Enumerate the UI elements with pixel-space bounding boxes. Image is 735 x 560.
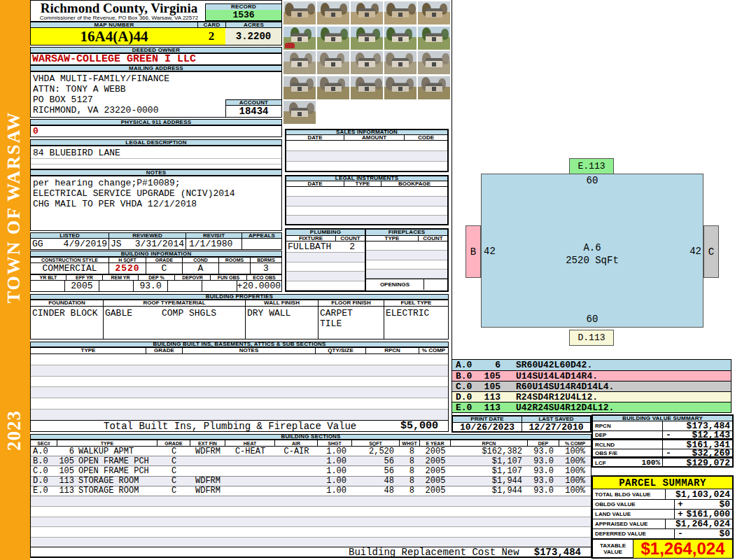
foundation-label: FOUNDATION <box>31 300 104 306</box>
section-cell: 8 <box>400 466 420 476</box>
sales-amount-label: AMOUNT <box>344 135 405 140</box>
photo-thumbnail[interactable] <box>384 51 416 74</box>
bi-qty-label: QTY/SIZE <box>316 348 366 354</box>
photo-thumbnail[interactable] <box>418 51 450 74</box>
photo-thumbnail[interactable] <box>418 1 450 24</box>
rooms-label: ROOMS <box>219 258 251 262</box>
plumbing-table: PLUMBING FIXTURE COUNT FULLBATH 2 <box>285 228 366 292</box>
note-line: ELECTRICAL SERVICE UPGRADE (NCIV)2014 <box>31 188 281 199</box>
photo-thumbnail[interactable] <box>351 51 383 74</box>
photo-thumbnail[interactable] <box>418 27 450 50</box>
visits-value-row: GG4/9/2019 JS3/31/2014 1/1/1980 <box>30 239 282 250</box>
effyr-value: 2005 <box>65 281 100 291</box>
photo-thumbnail[interactable] <box>284 101 316 124</box>
county-title: Richmond County, Virginia <box>31 1 207 15</box>
building-properties-values: CINDER BLOCK GABLECOMP SHGLS DRY WALL CA… <box>30 306 449 340</box>
photo-window <box>298 62 302 66</box>
legend-code: B.0 <box>456 372 484 381</box>
photo-window <box>331 13 335 17</box>
sales-info-headers: DATE AMOUNT CODE <box>285 135 449 141</box>
photo-thumbnail[interactable] <box>351 1 383 24</box>
photo-thumbnail[interactable] <box>351 76 383 99</box>
building-info-row1-headers: CONSTRUCTION STYLE H SQFT GRADE COND ROO… <box>30 257 282 262</box>
mailing-line: ATTN: TONY A WEBB <box>31 84 281 94</box>
section-cell: 2005 <box>420 447 451 456</box>
legal-description-label: LEGAL DESCRIPTION <box>30 139 282 146</box>
empty-row <box>366 251 447 260</box>
photo-thumbnail[interactable] <box>284 76 316 99</box>
photo-thumbnail[interactable] <box>317 51 349 74</box>
plumbing-row: FULLBATH 2 <box>286 241 365 253</box>
section-cell: 100% <box>559 466 591 476</box>
reviewed-date: 3/31/2014 <box>135 239 184 249</box>
photo-thumbnail[interactable] <box>418 76 450 99</box>
account-value: 18434 <box>225 106 282 118</box>
built-ins-total-label: Total Built Ins, Plumbing & Fireplace Va… <box>104 421 356 432</box>
appeals-value <box>242 239 281 249</box>
parcel-summary-row: DEFERRED VALUE-$0 <box>593 528 732 538</box>
building-section-row: B.0105OPEN FRAME PCHC1.005682005$1,10793… <box>31 456 591 466</box>
sketch-section-e: E.113 <box>569 158 614 174</box>
section-cell: C.0 <box>31 466 57 476</box>
empty-row <box>286 141 447 151</box>
photo-tree <box>307 4 315 15</box>
physical-address-label: PHYSICAL 911 ADDRESS <box>30 119 282 125</box>
photo-thumbnail[interactable] <box>384 1 416 24</box>
photo-thumbnail[interactable] <box>351 27 383 50</box>
legend-row: C.0105R60U14SU14R4D14L4. <box>452 381 731 391</box>
photo-thumbnail[interactable] <box>317 1 349 24</box>
listed-by: GG <box>32 239 43 249</box>
legend-vector: R60U14SU14R4D14L4. <box>516 382 614 391</box>
built-ins-label: BUILDING BUILT INS, BASEMENTS, ATTICS & … <box>30 342 449 347</box>
built-ins-total-row: Total Built Ins, Plumbing & Fireplace Va… <box>30 420 449 432</box>
legend-qty: 105 <box>484 372 500 381</box>
photo-window <box>298 37 302 41</box>
bi-notes-label: NOTES <box>183 348 316 354</box>
parcel-summary: PARCEL SUMMARY TOTAL BLDG VALUE$1,103,02… <box>592 475 734 559</box>
section-cell: C <box>158 447 190 456</box>
empty-row <box>286 272 365 281</box>
section-cell: 2,520 <box>352 447 400 456</box>
photo-thumbnail[interactable] <box>284 51 316 74</box>
empty-row <box>286 262 365 272</box>
section-col-label: DEP <box>528 440 559 446</box>
fireplaces-label: FIREPLACES <box>366 230 447 236</box>
bi-type-label: TYPE <box>31 348 146 354</box>
floor-value: CARPETTILE <box>318 307 384 339</box>
photo-thumbnail[interactable] <box>284 27 316 50</box>
rooms-value <box>219 263 251 274</box>
hsqft-value: 2520 <box>109 263 146 274</box>
sketch-left-dim: 42 <box>484 246 496 257</box>
sketch-bottom-dim: 60 <box>557 314 627 325</box>
floor-label: FLOOR FINISH <box>318 300 384 306</box>
photo-thumbnail[interactable] <box>384 76 416 99</box>
bi-rpcn-label: RPCN <box>366 348 419 354</box>
legend-row: A.06SR60U42L60D42. <box>452 360 731 370</box>
sidebar-year: 2023 <box>4 405 24 456</box>
photo-window <box>432 37 436 41</box>
photo-thumbnail[interactable] <box>317 76 349 99</box>
section-cell: 100% <box>559 476 591 486</box>
sketch-main-sqft: 2520 SqFt <box>557 255 627 266</box>
photo-thumbnail[interactable] <box>284 1 316 24</box>
photo-thumbnail[interactable] <box>384 27 416 50</box>
photo-thumbnail[interactable] <box>317 27 349 50</box>
account-label: ACCOUNT <box>225 99 282 106</box>
listed-label: LISTED <box>31 233 109 238</box>
empty-row <box>286 206 447 216</box>
note-line: per hearing change;P#10089; <box>31 176 281 188</box>
section-cell: A.0 <box>31 447 57 456</box>
replacement-cost-label: Building Replacement Cost New <box>349 547 519 558</box>
fireplaces-table: FIREPLACES TYPE COUNT OPENINGS <box>366 228 449 292</box>
section-col-label: SHGT <box>318 440 352 446</box>
parcel-summary-row: OBLDG VALUE+$0 <box>593 499 732 509</box>
section-cell: 2005 <box>420 466 451 476</box>
photo-window <box>432 87 436 91</box>
effyr-label: EFF YR <box>66 275 103 280</box>
building-section-row: A.06WALKUP APMTCWDFRMC-HEATC-AIR1.002,52… <box>31 447 591 456</box>
photo-window <box>398 87 402 91</box>
record-value: 1536 <box>205 10 282 21</box>
empty-row <box>286 151 447 162</box>
parcel-summary-row: LAND VALUE+$161,000 <box>593 509 732 519</box>
funobs-value <box>202 281 237 291</box>
